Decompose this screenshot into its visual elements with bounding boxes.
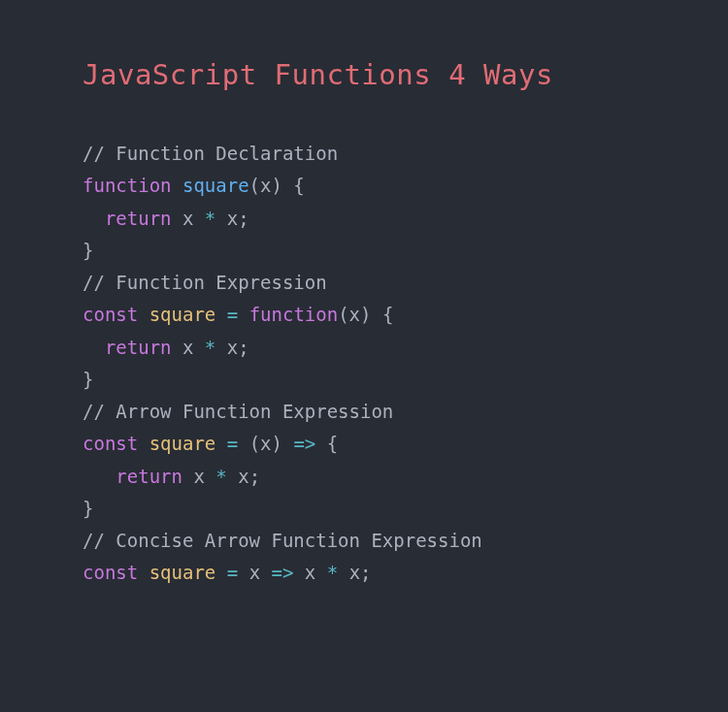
operator: * bbox=[205, 208, 215, 229]
code-text: x; bbox=[215, 337, 248, 358]
operator: * bbox=[215, 466, 226, 487]
code-snippet: // Function Declaration function square(… bbox=[83, 138, 645, 590]
code-line: } bbox=[83, 235, 645, 267]
code-line: // Function Declaration bbox=[83, 138, 645, 170]
code-text: x; bbox=[227, 466, 260, 487]
code-line: return x * x; bbox=[83, 461, 645, 493]
comment-text: // Arrow Function Expression bbox=[83, 401, 393, 422]
code-text bbox=[215, 433, 226, 454]
code-line: const square = (x) => { bbox=[83, 428, 645, 460]
keyword: const bbox=[83, 433, 138, 454]
code-text bbox=[83, 337, 105, 358]
code-line: return x * x; bbox=[83, 332, 645, 364]
code-text: x bbox=[293, 562, 326, 583]
code-text: (x) { bbox=[338, 304, 393, 325]
variable-name: square bbox=[149, 562, 216, 583]
code-text bbox=[138, 304, 149, 325]
code-text: x bbox=[172, 337, 205, 358]
code-line: const square = x => x * x; bbox=[83, 557, 645, 589]
code-text bbox=[138, 433, 149, 454]
operator: * bbox=[205, 337, 215, 358]
code-line: // Concise Arrow Function Expression bbox=[83, 525, 645, 557]
code-text: x bbox=[182, 466, 215, 487]
code-text: x bbox=[172, 208, 205, 229]
page-title: JavaScript Functions 4 Ways bbox=[83, 58, 645, 91]
code-line: } bbox=[83, 493, 645, 525]
keyword: function bbox=[249, 304, 339, 325]
operator: = bbox=[227, 433, 238, 454]
keyword: const bbox=[83, 562, 138, 583]
code-text bbox=[172, 175, 182, 196]
variable-name: square bbox=[149, 304, 216, 325]
code-text bbox=[215, 304, 226, 325]
code-line: } bbox=[83, 364, 645, 396]
code-text bbox=[138, 562, 149, 583]
keyword: return bbox=[116, 466, 182, 487]
code-text: } bbox=[83, 498, 93, 519]
keyword: function bbox=[83, 175, 172, 196]
operator: = bbox=[227, 304, 238, 325]
variable-name: square bbox=[149, 433, 216, 454]
code-text bbox=[83, 466, 116, 487]
code-text bbox=[83, 208, 105, 229]
code-text: x bbox=[238, 562, 271, 583]
keyword: return bbox=[105, 337, 172, 358]
code-line: function square(x) { bbox=[83, 170, 645, 202]
comment-text: // Function Declaration bbox=[83, 143, 338, 164]
operator: = bbox=[227, 562, 238, 583]
code-text: x; bbox=[215, 208, 248, 229]
code-text: { bbox=[315, 433, 338, 454]
operator: * bbox=[327, 562, 338, 583]
code-line: // Function Expression bbox=[83, 267, 645, 299]
operator: => bbox=[272, 562, 294, 583]
comment-text: // Concise Arrow Function Expression bbox=[83, 530, 482, 551]
operator: => bbox=[293, 433, 315, 454]
code-text: x; bbox=[338, 562, 371, 583]
code-line: const square = function(x) { bbox=[83, 299, 645, 331]
code-text: (x) bbox=[238, 433, 293, 454]
code-text: (x) { bbox=[249, 175, 305, 196]
comment-text: // Function Expression bbox=[83, 272, 327, 293]
code-text: } bbox=[83, 369, 93, 390]
code-line: // Arrow Function Expression bbox=[83, 396, 645, 428]
code-text bbox=[238, 304, 248, 325]
function-name: square bbox=[182, 175, 249, 196]
keyword: const bbox=[83, 304, 138, 325]
code-text bbox=[215, 562, 226, 583]
code-text: } bbox=[83, 240, 93, 261]
code-line: return x * x; bbox=[83, 203, 645, 235]
keyword: return bbox=[105, 208, 172, 229]
